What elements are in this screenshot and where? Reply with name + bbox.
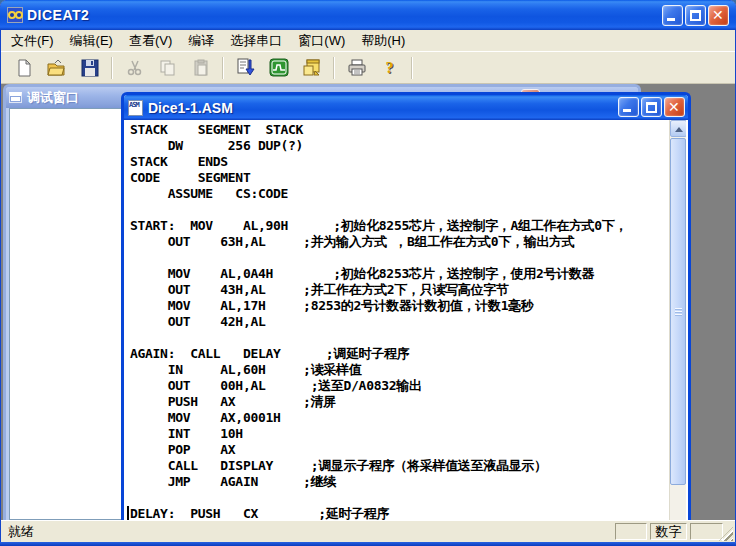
close-button[interactable]: ✕ bbox=[708, 5, 729, 26]
app-icon bbox=[7, 7, 23, 23]
minimize-icon bbox=[623, 109, 631, 112]
scrollbar-thumb[interactable] bbox=[670, 138, 686, 485]
oscilloscope-icon bbox=[269, 58, 289, 77]
menu-bar: 文件(F) 编辑(E) 查看(V) 编译 选择串口 窗口(W) 帮助(H) bbox=[1, 30, 735, 52]
vertical-scrollbar[interactable] bbox=[669, 120, 686, 520]
minimize-button[interactable] bbox=[662, 5, 683, 26]
menu-select-serial-port[interactable]: 选择串口 bbox=[222, 30, 290, 52]
status-panel-2 bbox=[690, 523, 723, 540]
debug-run-button[interactable] bbox=[266, 55, 291, 80]
close-icon: ✕ bbox=[712, 7, 724, 23]
new-file-button[interactable] bbox=[11, 55, 36, 80]
compile-button[interactable] bbox=[233, 55, 258, 80]
code-editor-area[interactable]: STACK SEGMENT STACK DW 256 DUP(?) STACK … bbox=[126, 120, 686, 520]
window-icon bbox=[9, 92, 22, 103]
menu-file[interactable]: 文件(F) bbox=[3, 30, 62, 52]
asm-editor-window[interactable]: ASM Dice1-1.ASM ✕ STACK SEGMENT STACK DW… bbox=[121, 92, 691, 520]
status-ready-text: 就绪 bbox=[8, 523, 615, 541]
window-border-left bbox=[0, 30, 1, 546]
scroll-up-button[interactable] bbox=[670, 120, 686, 137]
maximize-icon bbox=[646, 102, 657, 113]
app-title: DICEAT2 bbox=[27, 7, 89, 23]
mdi-workspace: 调试窗口 ✕ ASM Dice1-1.ASM ✕ STACK SEGMENT S… bbox=[1, 84, 735, 520]
cut-button bbox=[122, 55, 147, 80]
toolbar-separator bbox=[411, 57, 413, 79]
paste-button bbox=[188, 55, 213, 80]
download-to-device-icon bbox=[302, 58, 322, 77]
minimize-icon bbox=[667, 18, 675, 21]
cut-icon bbox=[126, 59, 144, 77]
help-icon: ? bbox=[386, 59, 394, 77]
window-border-bottom bbox=[0, 542, 736, 546]
copy-button bbox=[155, 55, 180, 80]
maximize-button[interactable] bbox=[685, 5, 706, 26]
toolbar-separator bbox=[222, 57, 224, 79]
assembly-code[interactable]: STACK SEGMENT STACK DW 256 DUP(?) STACK … bbox=[126, 120, 686, 520]
status-bar: 就绪 数字 bbox=[1, 520, 735, 542]
print-button[interactable] bbox=[344, 55, 369, 80]
menu-window[interactable]: 窗口(W) bbox=[290, 30, 353, 52]
paste-icon bbox=[192, 59, 210, 77]
main-titlebar[interactable]: DICEAT2 ✕ bbox=[0, 0, 736, 30]
status-panel-1 bbox=[615, 523, 647, 540]
print-icon bbox=[347, 58, 367, 77]
save-button[interactable] bbox=[77, 55, 102, 80]
toolbar-separator bbox=[111, 57, 113, 79]
close-icon: ✕ bbox=[668, 99, 680, 115]
maximize-icon bbox=[690, 10, 701, 21]
status-num-lock-indicator: 数字 bbox=[650, 523, 687, 540]
asm-window-title: Dice1-1.ASM bbox=[148, 100, 233, 116]
copy-icon bbox=[159, 59, 177, 77]
asm-maximize-button[interactable] bbox=[641, 97, 662, 117]
menu-view[interactable]: 查看(V) bbox=[121, 30, 180, 52]
debug-window-title: 调试窗口 bbox=[27, 89, 79, 107]
new-file-icon bbox=[15, 59, 33, 77]
text-caret bbox=[127, 506, 129, 520]
compile-icon bbox=[236, 58, 256, 77]
open-folder-icon bbox=[47, 59, 66, 77]
menu-compile[interactable]: 编译 bbox=[180, 30, 222, 52]
menu-help[interactable]: 帮助(H) bbox=[353, 30, 413, 52]
open-file-button[interactable] bbox=[44, 55, 69, 80]
asm-minimize-button[interactable] bbox=[618, 97, 639, 117]
menu-edit[interactable]: 编辑(E) bbox=[62, 30, 121, 52]
download-button[interactable] bbox=[299, 55, 324, 80]
toolbar: ? bbox=[1, 52, 735, 84]
asm-file-icon: ASM bbox=[128, 100, 143, 116]
toolbar-separator bbox=[333, 57, 335, 79]
application-window: DICEAT2 ✕ 文件(F) 编辑(E) 查看(V) 编译 选择串口 窗口(W… bbox=[0, 0, 736, 546]
asm-window-titlebar[interactable]: ASM Dice1-1.ASM ✕ bbox=[124, 95, 688, 120]
asm-close-button[interactable]: ✕ bbox=[664, 97, 685, 117]
help-button[interactable]: ? bbox=[377, 55, 402, 80]
save-icon bbox=[81, 59, 99, 77]
